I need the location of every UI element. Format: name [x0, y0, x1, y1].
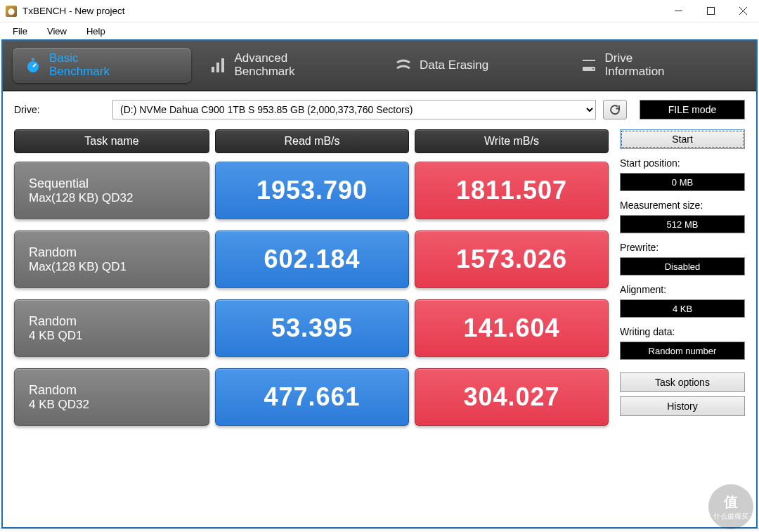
task-cell[interactable]: Sequential Max(128 KB) QD32	[14, 162, 209, 219]
tab-label: Advanced Benchmark	[235, 52, 295, 78]
tab-label: Basic Benchmark	[49, 52, 110, 78]
result-row: Random Max(128 KB) QD1 602.184 1573.026	[14, 231, 609, 288]
task-params: 4 KB QD1	[29, 329, 83, 343]
history-button[interactable]: History	[620, 396, 745, 416]
write-value: 1811.507	[415, 162, 609, 219]
alignment-label: Alignment:	[620, 284, 745, 295]
svg-rect-2	[32, 58, 34, 60]
bar-chart-icon	[209, 56, 228, 74]
tab-advanced-benchmark[interactable]: Advanced Benchmark	[198, 48, 377, 83]
read-value: 477.661	[215, 368, 409, 426]
drive-row: Drive: (D:) NVMe Dahua C900 1TB S 953.85…	[14, 100, 745, 119]
result-row: Random 4 KB QD32 477.661 304.027	[14, 368, 609, 426]
task-cell[interactable]: Random 4 KB QD32	[14, 368, 209, 426]
read-value: 602.184	[215, 231, 409, 288]
write-value: 141.604	[415, 299, 609, 357]
task-name: Random	[29, 245, 77, 260]
measurement-size-label: Measurement size:	[620, 200, 745, 211]
menu-bar: File View Help	[0, 22, 759, 39]
svg-rect-4	[216, 63, 219, 72]
content-area: Drive: (D:) NVMe Dahua C900 1TB S 953.85…	[3, 91, 756, 527]
svg-rect-3	[212, 67, 214, 72]
watermark: 值 什么值得买	[708, 484, 753, 529]
settings-sidebar: Start Start position: 0 MB Measurement s…	[620, 129, 745, 527]
svg-rect-5	[221, 58, 224, 72]
start-button[interactable]: Start	[620, 129, 745, 149]
result-row: Sequential Max(128 KB) QD32 1953.790 181…	[14, 162, 609, 219]
task-name: Random	[29, 383, 77, 398]
menu-help[interactable]: Help	[79, 25, 112, 38]
result-row: Random 4 KB QD1 53.395 141.604	[14, 299, 609, 357]
svg-rect-7	[583, 60, 595, 61]
start-position-value[interactable]: 0 MB	[620, 173, 745, 191]
svg-rect-0	[707, 8, 714, 15]
task-name: Random	[29, 314, 77, 329]
main-frame: Basic Benchmark Advanced Benchmark Data …	[1, 39, 758, 528]
tab-data-erasing[interactable]: Data Erasing	[383, 48, 562, 83]
header-write: Write mB/s	[415, 129, 609, 153]
refresh-button[interactable]	[603, 100, 627, 119]
writing-data-label: Writing data:	[620, 326, 745, 337]
status-bar: Press the F1 key to show the online manu…	[0, 528, 759, 532]
header-read: Read mB/s	[215, 129, 409, 153]
start-position-label: Start position:	[620, 157, 745, 169]
tab-basic-benchmark[interactable]: Basic Benchmark	[13, 48, 191, 83]
file-mode-button[interactable]: FILE mode	[640, 100, 745, 119]
task-params: Max(128 KB) QD32	[29, 191, 133, 205]
measurement-size-value[interactable]: 512 MB	[620, 215, 745, 233]
task-params: 4 KB QD32	[29, 398, 89, 412]
refresh-icon	[609, 103, 621, 116]
task-cell[interactable]: Random Max(128 KB) QD1	[14, 231, 209, 288]
read-value: 53.395	[215, 299, 409, 357]
drive-select[interactable]: (D:) NVMe Dahua C900 1TB S 953.85 GB (2,…	[112, 100, 596, 119]
task-name: Sequential	[29, 176, 89, 191]
svg-point-8	[592, 68, 594, 70]
window-title: TxBENCH - New project	[22, 6, 125, 16]
menu-view[interactable]: View	[40, 25, 74, 38]
tab-strip: Basic Benchmark Advanced Benchmark Data …	[3, 41, 756, 91]
tab-label: Data Erasing	[420, 59, 488, 72]
results-grid: Task name Read mB/s Write mB/s Sequentia…	[14, 129, 609, 527]
minimize-button[interactable]	[662, 0, 694, 22]
title-bar: ⬤ TxBENCH - New project	[0, 0, 759, 22]
task-options-button[interactable]: Task options	[620, 372, 745, 392]
drive-icon	[580, 56, 598, 74]
task-params: Max(128 KB) QD1	[29, 260, 126, 274]
tab-drive-information[interactable]: Drive Information	[569, 48, 747, 83]
maximize-button[interactable]	[694, 0, 727, 22]
stopwatch-icon	[24, 56, 42, 74]
erase-icon	[394, 56, 413, 74]
close-button[interactable]	[727, 0, 759, 22]
write-value: 1573.026	[415, 231, 609, 288]
header-row: Task name Read mB/s Write mB/s	[14, 129, 609, 153]
menu-file[interactable]: File	[6, 25, 34, 38]
prewrite-value[interactable]: Disabled	[620, 257, 745, 275]
tab-label: Drive Information	[605, 52, 665, 78]
read-value: 1953.790	[215, 162, 409, 219]
drive-label: Drive:	[14, 104, 105, 115]
prewrite-label: Prewrite:	[620, 242, 745, 253]
task-cell[interactable]: Random 4 KB QD1	[14, 299, 209, 357]
writing-data-value[interactable]: Random number	[620, 342, 745, 360]
app-icon: ⬤	[6, 6, 17, 17]
body-split: Task name Read mB/s Write mB/s Sequentia…	[14, 129, 745, 527]
alignment-value[interactable]: 4 KB	[620, 299, 745, 318]
write-value: 304.027	[415, 368, 609, 426]
header-task: Task name	[14, 129, 209, 153]
